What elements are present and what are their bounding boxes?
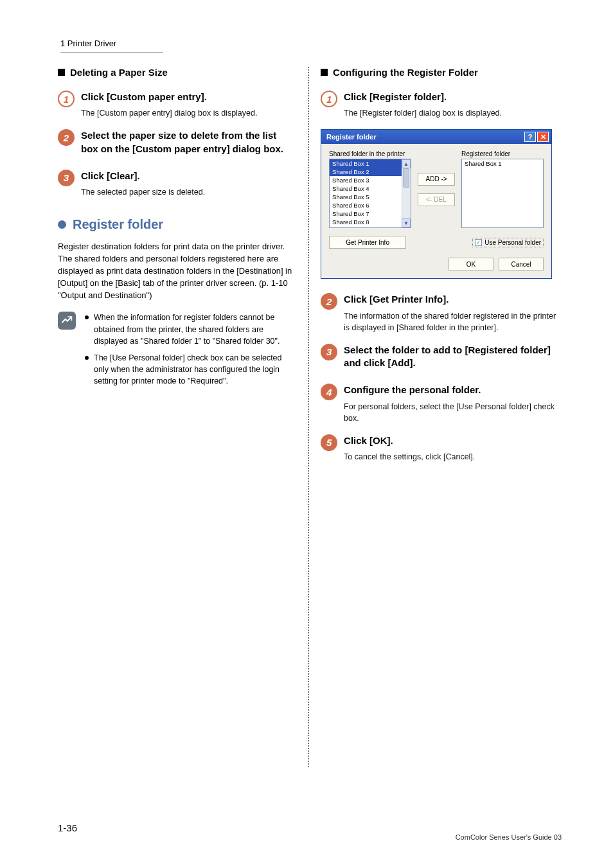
step-1: 1 Click [Custom paper entry]. The [Custo…: [58, 91, 294, 119]
step-text: The [Register folder] dialog box is disp…: [344, 107, 562, 119]
list-item[interactable]: Shared Box 1: [462, 159, 543, 168]
step-5: 5 Click [OK]. To cancel the settings, cl…: [321, 434, 562, 463]
step-number-icon: 2: [58, 129, 75, 146]
note-block: When the information for register folder…: [58, 312, 294, 392]
subheading-text: Deleting a Paper Size: [70, 67, 168, 78]
ok-button[interactable]: OK: [449, 258, 493, 270]
step-title: Configure the personal folder.: [344, 384, 562, 396]
step-2: 2 Click [Get Printer Info]. The informat…: [321, 293, 562, 333]
list-item[interactable]: Shared Box 6: [330, 201, 411, 209]
square-bullet-icon: [58, 69, 65, 76]
step-4: 4 Configure the personal folder. For per…: [321, 384, 562, 424]
register-folder-dialog: Register folder ? ✕ Shared folder in the…: [321, 129, 552, 279]
list-item[interactable]: Shared Box 8: [330, 218, 411, 226]
scroll-up-icon[interactable]: ▲: [402, 159, 411, 168]
step-text: The information of the shared folder reg…: [344, 310, 562, 333]
note-text: When the information for register folder…: [94, 312, 294, 346]
bullet-icon: [85, 315, 89, 319]
section-heading-register-folder: Register folder: [58, 217, 294, 232]
subheading-text: Configuring the Register Folder: [333, 67, 478, 78]
list-item[interactable]: Shared Box 2: [330, 168, 411, 176]
step-title: Click [Clear].: [81, 170, 294, 182]
step-number-icon: 3: [321, 344, 337, 360]
note-item: When the information for register folder…: [85, 312, 294, 346]
cancel-button[interactable]: Cancel: [499, 258, 544, 270]
list-item[interactable]: Shared Box 4: [330, 184, 411, 193]
add-button[interactable]: ADD ->: [418, 173, 455, 186]
page-number: 1-36: [58, 822, 77, 833]
step-number-icon: 2: [321, 293, 337, 310]
step-title: Select the paper size to delete from the…: [81, 129, 294, 155]
registered-folder-listbox[interactable]: Shared Box 1: [461, 159, 544, 228]
square-bullet-icon: [321, 69, 328, 76]
step-text: For personal folders, select the [Use Pe…: [344, 401, 562, 424]
help-button[interactable]: ?: [524, 132, 536, 142]
step-number-icon: 1: [58, 91, 75, 107]
bullet-icon: [85, 356, 89, 360]
scroll-down-icon[interactable]: ▼: [402, 218, 411, 227]
dot-bullet-icon: [58, 220, 66, 229]
dialog-title: Register folder: [326, 133, 377, 141]
dialog-titlebar: Register folder ? ✕: [321, 130, 551, 144]
scrollbar[interactable]: ▲ ▼: [402, 159, 411, 227]
step-number-icon: 5: [321, 434, 337, 451]
note-icon: [58, 312, 76, 330]
checkbox-label: Use Personal folder: [484, 239, 541, 246]
step-title: Click [Get Printer Info].: [344, 293, 562, 306]
note-text: The [Use Personal folder] check box can …: [94, 352, 294, 387]
step-text: To cancel the settings, click [Cancel].: [344, 451, 562, 463]
shared-folder-listbox[interactable]: Shared Box 1 Shared Box 2 Shared Box 3 S…: [329, 159, 411, 228]
step-text: The selected paper size is deleted.: [81, 186, 294, 198]
column-divider: [308, 67, 309, 767]
list-item[interactable]: Shared Box 5: [330, 193, 411, 201]
del-button[interactable]: <- DEL: [418, 193, 455, 206]
section-title: Register folder: [73, 217, 163, 232]
step-title: Click [OK].: [344, 434, 562, 447]
checkbox-icon: ✓: [475, 239, 482, 246]
register-folder-paragraph: Register destination folders for print d…: [58, 241, 294, 301]
left-column: Deleting a Paper Size 1 Click [Custom pa…: [58, 67, 303, 767]
get-printer-info-button[interactable]: Get Printer Info: [329, 236, 406, 249]
registered-folder-label: Registered folder: [461, 150, 544, 157]
step-number-icon: 1: [321, 91, 337, 107]
list-item[interactable]: Shared Box 9: [330, 226, 411, 228]
footer-text: ComColor Series User's Guide 03: [456, 833, 562, 841]
breadcrumb-underline: [60, 52, 163, 53]
step-text: The [Custom paper entry] dialog box is d…: [81, 107, 294, 119]
use-personal-folder-checkbox[interactable]: ✓ Use Personal folder: [472, 238, 544, 247]
list-item[interactable]: Shared Box 1: [330, 159, 411, 168]
step-title: Click [Register folder].: [344, 91, 562, 103]
step-3: 3 Click [Clear]. The selected paper size…: [58, 170, 294, 198]
note-item: The [Use Personal folder] check box can …: [85, 352, 294, 387]
right-column: Configuring the Register Folder 1 Click …: [317, 67, 562, 767]
scroll-thumb[interactable]: [403, 168, 409, 188]
subheading-configuring-register-folder: Configuring the Register Folder: [321, 67, 562, 78]
step-title: Click [Custom paper entry].: [81, 91, 294, 103]
list-item[interactable]: Shared Box 7: [330, 209, 411, 218]
step-number-icon: 3: [58, 170, 75, 186]
close-button[interactable]: ✕: [537, 132, 549, 142]
subheading-deleting-paper-size: Deleting a Paper Size: [58, 67, 294, 78]
step-number-icon: 4: [321, 384, 337, 400]
list-item[interactable]: Shared Box 3: [330, 176, 411, 184]
step-3: 3 Select the folder to add to [Registere…: [321, 344, 562, 374]
breadcrumb: 1 Printer Driver: [60, 39, 562, 48]
step-title: Select the folder to add to [Registered …: [344, 344, 562, 370]
step-1: 1 Click [Register folder]. The [Register…: [321, 91, 562, 119]
shared-folder-label: Shared folder in the printer: [329, 150, 411, 157]
step-2: 2 Select the paper size to delete from t…: [58, 129, 294, 159]
